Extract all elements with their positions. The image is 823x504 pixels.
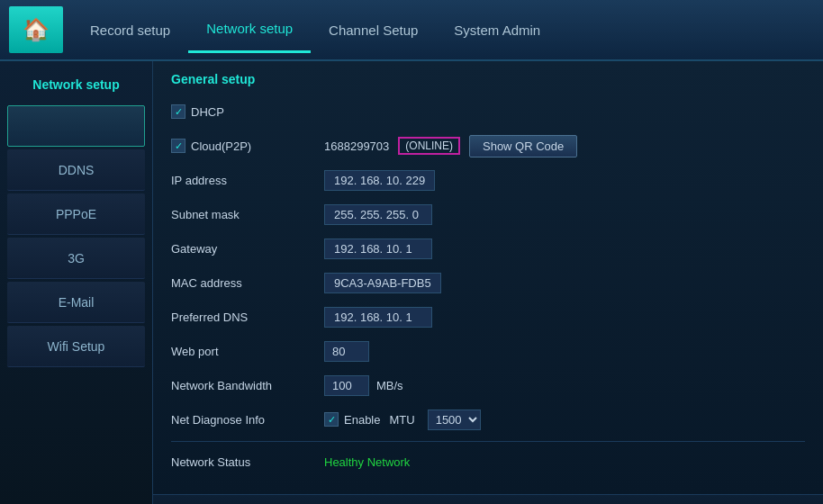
ip-value[interactable]: 192. 168. 10. 229: [324, 170, 435, 191]
webport-label: Web port: [171, 345, 324, 358]
sidebar-item-wifi[interactable]: Wifi Setup: [7, 326, 145, 367]
show-qr-button[interactable]: Show QR Code: [469, 135, 577, 158]
cloud-id: 1688299703: [324, 140, 389, 153]
cloud-row: Cloud(P2P) 1688299703 (ONLINE) Show QR C…: [171, 133, 805, 158]
dns-value[interactable]: 192. 168. 10. 1: [324, 307, 432, 328]
dns-label: Preferred DNS: [171, 310, 324, 324]
dhcp-row: DHCP: [171, 99, 805, 124]
netdiag-controls: Enable MTU 1500: [324, 410, 481, 430]
home-icon: 🏠: [23, 17, 50, 42]
sidebar-item-ddns[interactable]: DDNS: [7, 149, 145, 191]
dhcp-label: DHCP: [191, 105, 224, 119]
home-button[interactable]: 🏠: [9, 6, 63, 53]
bandwidth-info: 100 MB/s: [324, 375, 403, 396]
online-badge: (ONLINE): [398, 137, 460, 155]
gateway-row: Gateway 192. 168. 10. 1: [171, 236, 805, 261]
netstatus-row: Network Status Healthy Network: [171, 449, 805, 474]
mac-value: 9CA3-A9AB-FDB5: [324, 273, 441, 293]
webport-row: Web port 80: [171, 338, 805, 364]
enable-label: Enable: [344, 413, 380, 427]
cloud-info: 1688299703 (ONLINE) Show QR Code: [324, 135, 577, 158]
subnet-label: Subnet mask: [171, 208, 324, 221]
sidebar-item-general[interactable]: [7, 105, 145, 147]
bandwidth-value[interactable]: 100: [324, 375, 369, 396]
main-layout: Network setup DDNS PPPoE 3G E-Mail Wifi …: [0, 61, 823, 504]
dhcp-checkbox-label[interactable]: DHCP: [171, 104, 224, 119]
cloud-label: Cloud(P2P): [191, 140, 251, 153]
top-navigation: 🏠 Record setup Network setup Channel Set…: [0, 0, 823, 61]
ip-label: IP address: [171, 174, 324, 187]
bandwidth-row: Network Bandwidth 100 MB/s: [171, 373, 805, 398]
section-title: General setup: [171, 72, 805, 86]
bandwidth-label: Network Bandwidth: [171, 379, 324, 392]
enable-checkbox-label[interactable]: Enable: [324, 412, 380, 427]
ip-row: IP address 192. 168. 10. 229: [171, 167, 805, 193]
mac-label: MAC address: [171, 276, 324, 290]
sidebar: Network setup DDNS PPPoE 3G E-Mail Wifi …: [0, 61, 153, 504]
enable-checkbox[interactable]: [324, 412, 339, 427]
cloud-checkbox[interactable]: [171, 139, 185, 153]
bandwidth-unit: MB/s: [376, 379, 403, 392]
mtu-label: MTU: [389, 413, 414, 427]
sidebar-item-pppoe[interactable]: PPPoE: [7, 194, 145, 235]
sidebar-item-3g[interactable]: 3G: [7, 238, 145, 279]
dns-row: Preferred DNS 192. 168. 10. 1: [171, 304, 805, 329]
netstatus-value: Healthy Network: [324, 455, 410, 469]
divider: [171, 441, 805, 442]
tab-network-setup[interactable]: Network setup: [188, 6, 311, 53]
netdiag-label: Net Diagnose Info: [171, 413, 324, 427]
mac-row: MAC address 9CA3-A9AB-FDB5: [171, 270, 805, 295]
tab-system-admin[interactable]: System Admin: [436, 6, 558, 53]
gateway-label: Gateway: [171, 242, 324, 256]
tab-channel-setup[interactable]: Channel Setup: [311, 6, 436, 53]
webport-value[interactable]: 80: [324, 341, 369, 362]
subnet-row: Subnet mask 255. 255. 255. 0: [171, 202, 805, 227]
netdiag-row: Net Diagnose Info Enable MTU 1500: [171, 407, 805, 432]
sidebar-title: Network setup: [0, 70, 152, 103]
dhcp-checkbox[interactable]: [171, 104, 185, 119]
gateway-value[interactable]: 192. 168. 10. 1: [324, 238, 432, 259]
bottom-bar: Apply Ok Cancel: [153, 494, 823, 504]
tab-record-setup[interactable]: Record setup: [72, 6, 188, 53]
mtu-dropdown[interactable]: 1500: [428, 410, 481, 430]
content-area: General setup DHCP Cloud(P2P) 1688299703…: [153, 61, 823, 494]
cloud-checkbox-label[interactable]: Cloud(P2P): [171, 139, 324, 153]
subnet-value[interactable]: 255. 255. 255. 0: [324, 204, 432, 225]
sidebar-item-email[interactable]: E-Mail: [7, 282, 145, 323]
netstatus-label: Network Status: [171, 455, 324, 469]
